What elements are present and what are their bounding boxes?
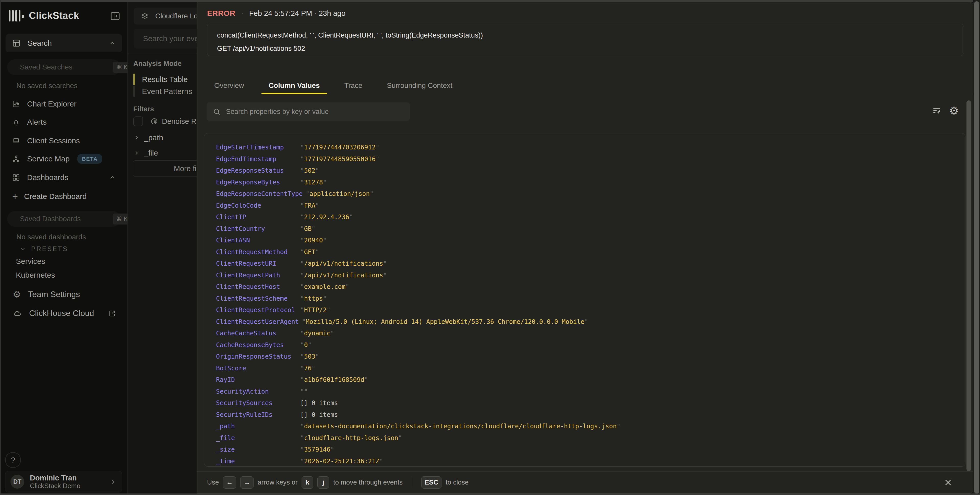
property-key[interactable]: ClientRequestUserAgent: [216, 318, 302, 325]
property-key[interactable]: EdgeStartTimestamp: [216, 143, 300, 151]
property-key[interactable]: ClientRequestURI: [216, 260, 300, 267]
property-row[interactable]: ClientIP"212.92.4.236": [216, 211, 965, 223]
property-key[interactable]: CacheResponseBytes: [216, 341, 300, 349]
sidebar-item-service-map[interactable]: Service Map BETA: [6, 151, 122, 166]
property-row[interactable]: CacheCacheStatus"dynamic": [216, 328, 965, 339]
tab-trace[interactable]: Trace: [337, 77, 369, 94]
property-key[interactable]: EdgeResponseStatus: [216, 167, 300, 174]
property-key[interactable]: EdgeResponseBytes: [216, 178, 300, 186]
help-button[interactable]: ?: [5, 452, 21, 468]
filter-group-file[interactable]: _file: [133, 149, 158, 158]
sidebar-item-clickhouse-cloud[interactable]: ClickHouse Cloud: [13, 309, 116, 318]
property-row[interactable]: EdgeResponseBytes"31278": [216, 177, 965, 188]
saved-dashboards-input[interactable]: [19, 215, 113, 223]
property-key[interactable]: ClientRequestPath: [216, 272, 300, 279]
sidebar-item-chart-explorer[interactable]: Chart Explorer: [6, 97, 122, 111]
property-key[interactable]: ClientASN: [216, 237, 300, 244]
property-key[interactable]: ClientCountry: [216, 225, 300, 232]
property-row[interactable]: _file"cloudflare-http-logs.json": [216, 432, 965, 444]
property-value: "GB": [300, 225, 315, 232]
property-key[interactable]: SecurityRuleIDs: [216, 411, 300, 419]
property-row[interactable]: RayID"a1b6f601f168509d": [216, 374, 965, 386]
mode-results-table[interactable]: Results Table: [133, 73, 188, 85]
bell-icon: [12, 118, 21, 126]
property-row[interactable]: ClientRequestScheme"https": [216, 293, 965, 304]
mode-event-patterns[interactable]: Event Patterns: [133, 86, 192, 97]
saved-dashboards-search[interactable]: ⌘ K: [7, 211, 121, 227]
property-key[interactable]: _file: [216, 434, 300, 442]
sidebar-item-alerts[interactable]: Alerts: [6, 115, 122, 129]
sidebar-item-services[interactable]: Services: [16, 257, 45, 266]
page-scrollbar[interactable]: [974, 0, 980, 495]
property-row[interactable]: OriginResponseStatus"503": [216, 351, 965, 363]
property-row[interactable]: EdgeEndTimestamp"1771977448590550016": [216, 153, 965, 165]
property-key[interactable]: _path: [216, 422, 300, 430]
tab-column-values[interactable]: Column Values: [261, 77, 327, 94]
property-key[interactable]: _time: [216, 457, 300, 465]
property-row[interactable]: ClientRequestHost"example.com": [216, 281, 965, 293]
property-search-box[interactable]: [207, 102, 410, 121]
property-row[interactable]: ClientASN"20940": [216, 234, 965, 246]
property-key[interactable]: ClientRequestScheme: [216, 295, 300, 302]
property-row[interactable]: SecuritySources[] 0 items: [216, 397, 965, 409]
property-row[interactable]: EdgeResponseStatus"502": [216, 165, 965, 177]
tab-surrounding-context[interactable]: Surrounding Context: [380, 77, 460, 94]
property-row[interactable]: SecurityAction"": [216, 386, 965, 398]
property-key[interactable]: ClientRequestMethod: [216, 248, 300, 256]
property-key[interactable]: ClientRequestProtocol: [216, 306, 300, 314]
property-key[interactable]: CacheCacheStatus: [216, 329, 300, 337]
property-row[interactable]: CacheResponseBytes"0": [216, 339, 965, 351]
sidebar-item-client-sessions[interactable]: Client Sessions: [6, 133, 122, 148]
no-saved-searches-text: No saved searches: [16, 82, 78, 90]
page-scrollbar-thumb[interactable]: [974, 1, 979, 494]
property-key[interactable]: EdgeResponseContentType: [216, 190, 305, 197]
saved-searches-input[interactable]: [19, 63, 113, 72]
sidebar-item-kubernetes[interactable]: Kubernetes: [16, 271, 55, 279]
property-row[interactable]: _path"datasets-documentation/clickstack-…: [216, 420, 965, 432]
sidebar-item-label: Dashboards: [27, 173, 68, 182]
filter-group-path[interactable]: _path: [133, 133, 163, 142]
arrow-left-key: ←: [223, 476, 236, 489]
property-row[interactable]: ClientRequestUserAgent"Mozilla/5.0 (Linu…: [216, 316, 965, 328]
property-key[interactable]: RayID: [216, 376, 300, 384]
property-key[interactable]: EdgeColoCode: [216, 202, 300, 209]
denoise-checkbox[interactable]: [133, 116, 143, 126]
property-key[interactable]: OriginResponseStatus: [216, 353, 300, 360]
window-left-edge: [0, 0, 1, 495]
property-row[interactable]: ClientRequestMethod"GET": [216, 246, 965, 258]
property-row[interactable]: EdgeStartTimestamp"1771977444703206912": [216, 142, 965, 153]
collapse-sidebar-icon[interactable]: [110, 11, 121, 21]
property-row[interactable]: ClientCountry"GB": [216, 223, 965, 235]
property-row[interactable]: _size"3579146": [216, 444, 965, 455]
property-key[interactable]: SecurityAction: [216, 388, 300, 395]
property-key[interactable]: BotScore: [216, 364, 300, 372]
event-header: ERROR · Feb 24 5:57:24 PM · 23h ago: [207, 9, 345, 18]
property-search-input[interactable]: [226, 108, 404, 116]
gear-icon[interactable]: ⚙: [949, 105, 959, 117]
property-key[interactable]: EdgeEndTimestamp: [216, 155, 300, 163]
property-key[interactable]: ClientRequestHost: [216, 283, 300, 290]
saved-searches-search[interactable]: ⌘ K: [7, 59, 121, 75]
property-row[interactable]: ClientRequestURI"/api/v1/notifications": [216, 258, 965, 269]
tab-overview[interactable]: Overview: [207, 77, 251, 94]
property-row[interactable]: SecurityRuleIDs[] 0 items: [216, 409, 965, 421]
property-row[interactable]: EdgeResponseContentType"application/json…: [216, 188, 965, 200]
sidebar-item-search[interactable]: Search: [6, 34, 122, 52]
filter-lines-icon[interactable]: [932, 105, 942, 115]
sidebar-item-dashboards[interactable]: Dashboards: [6, 170, 122, 185]
sidebar-item-team-settings[interactable]: ⚙ Team Settings: [13, 290, 80, 299]
user-menu[interactable]: DT Dominic Tran ClickStack Demo: [5, 471, 122, 492]
create-dashboard-button[interactable]: + Create Dashboard: [12, 191, 87, 201]
presets-toggle[interactable]: PRESETS: [19, 245, 68, 253]
close-icon[interactable]: [943, 477, 953, 488]
property-row[interactable]: EdgeColoCode"FRA": [216, 200, 965, 212]
property-key[interactable]: _size: [216, 446, 300, 453]
property-row[interactable]: _time"2026-02-25T21:36:21Z": [216, 455, 965, 467]
property-row[interactable]: ClientRequestPath"/api/v1/notifications": [216, 269, 965, 281]
drawer-scrollbar[interactable]: [966, 100, 971, 471]
property-row[interactable]: ClientRequestProtocol"HTTP/2": [216, 304, 965, 316]
property-key[interactable]: SecuritySources: [216, 399, 300, 407]
property-row[interactable]: BotScore"76": [216, 363, 965, 374]
avatar: DT: [11, 475, 24, 489]
property-key[interactable]: ClientIP: [216, 213, 300, 221]
